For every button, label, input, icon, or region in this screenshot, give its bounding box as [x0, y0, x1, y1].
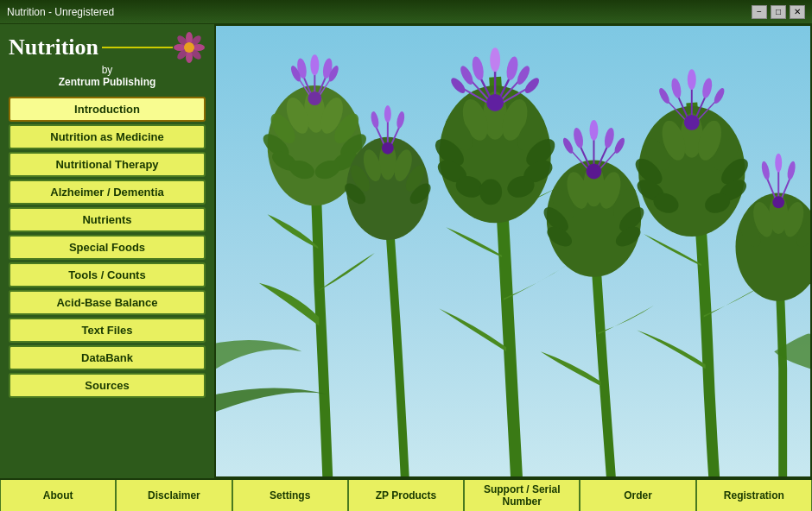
- order-button[interactable]: Order: [580, 480, 695, 511]
- app-title: Nutrition: [9, 35, 98, 60]
- registration-button[interactable]: Registration: [696, 480, 812, 511]
- svg-point-84: [684, 115, 700, 130]
- nav-alzheimer[interactable]: Alzheimer / Dementia: [9, 180, 206, 205]
- content-area: [214, 24, 812, 478]
- settings-button[interactable]: Settings: [232, 480, 348, 511]
- flower-illustration: [216, 26, 810, 476]
- maximize-button[interactable]: □: [771, 5, 786, 19]
- close-button[interactable]: ✕: [790, 5, 805, 19]
- minimize-button[interactable]: −: [752, 5, 767, 19]
- sidebar: Nutrition by Zentrum Publishing: [0, 24, 214, 478]
- flower-logo-icon: [173, 31, 206, 64]
- svg-point-29: [310, 54, 319, 75]
- company-label: Zentrum Publishing: [9, 76, 206, 88]
- nav-nutrition-medicine[interactable]: Nutrition as Medicine: [9, 124, 206, 149]
- svg-point-61: [486, 94, 504, 111]
- nav-tools-counts[interactable]: Tools / Counts: [9, 262, 206, 287]
- nav-text-files[interactable]: Text Files: [9, 318, 206, 343]
- svg-point-99: [382, 142, 394, 155]
- window-title: Nutrition - Unregistered: [7, 6, 114, 18]
- svg-point-133: [772, 196, 784, 208]
- nav-databank[interactable]: DataBank: [9, 345, 206, 370]
- svg-point-33: [308, 91, 321, 105]
- main-container: Nutrition by Zentrum Publishing: [0, 24, 812, 478]
- disclaimer-button[interactable]: Disclaimer: [116, 480, 232, 511]
- title-bar: Nutrition - Unregistered − □ ✕: [0, 0, 812, 24]
- svg-point-46: [479, 179, 502, 205]
- nav-nutrients[interactable]: Nutrients: [9, 207, 206, 232]
- app-title-container: Nutrition: [9, 31, 206, 64]
- nav-special-foods[interactable]: Special Foods: [9, 235, 206, 260]
- nav-sources[interactable]: Sources: [9, 373, 206, 398]
- flower-background: [216, 26, 810, 476]
- svg-point-97: [384, 105, 391, 123]
- sidebar-header: Nutrition by Zentrum Publishing: [9, 31, 206, 91]
- svg-point-9: [184, 42, 194, 53]
- zp-products-button[interactable]: ZP Products: [348, 480, 464, 511]
- by-label: by: [9, 64, 206, 76]
- svg-point-131: [775, 154, 782, 173]
- window-controls: − □ ✕: [752, 5, 805, 19]
- svg-point-80: [688, 69, 696, 90]
- nav-acid-base[interactable]: Acid-Base Balance: [9, 290, 206, 315]
- svg-point-120: [587, 164, 602, 180]
- support-button[interactable]: Support / Serial Number: [464, 480, 580, 511]
- svg-point-116: [589, 120, 598, 141]
- svg-point-55: [490, 47, 500, 72]
- nav-nutritional-therapy[interactable]: Nutritional Therapy: [9, 152, 206, 177]
- nav-introduction[interactable]: Introduction: [9, 97, 206, 122]
- about-button[interactable]: About: [0, 480, 116, 511]
- bottom-bar: About Disclaimer Settings ZP Products Su…: [0, 478, 812, 511]
